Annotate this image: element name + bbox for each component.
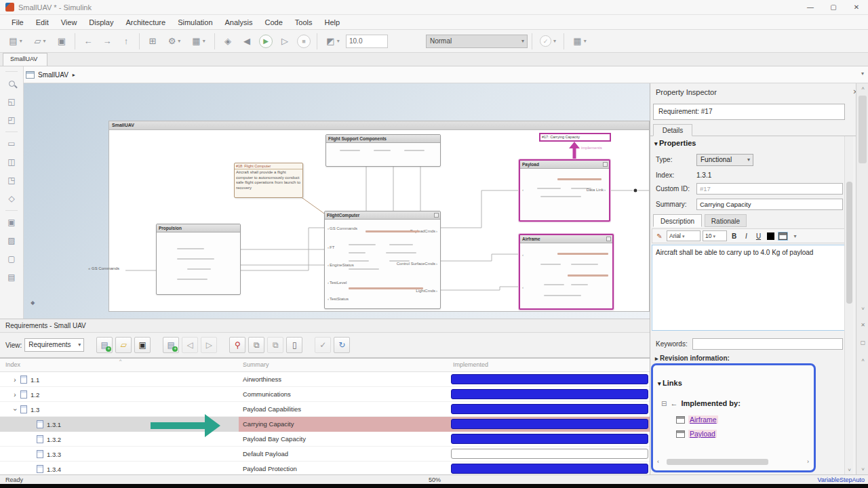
link-item-payload[interactable]: Payload — [676, 430, 717, 438]
model-browser-button[interactable]: ▦ — [187, 33, 210, 49]
chevron-right-icon[interactable]: › — [11, 391, 19, 399]
tab-details[interactable]: Details — [653, 124, 692, 136]
close-button[interactable]: ✕ — [845, 0, 868, 15]
table-row[interactable]: 1.3.1Carrying Capacity — [0, 417, 650, 432]
build-button[interactable]: ▦ — [568, 33, 591, 49]
table-row[interactable]: 1.3.4Payload Protection — [0, 462, 650, 474]
scrollbar-thumb[interactable] — [859, 96, 867, 163]
tab-description[interactable]: Description — [653, 214, 702, 227]
model-canvas[interactable]: SmallUAV Flight Support Components #18: … — [24, 83, 650, 319]
menu-item-analysis[interactable]: Analysis — [219, 18, 259, 26]
type-select[interactable]: Functional — [696, 154, 753, 166]
region-select-icon[interactable]: ◇ — [5, 192, 18, 205]
step-forward-button[interactable]: ▷ — [276, 33, 294, 49]
verify-button[interactable]: ✓ — [315, 337, 331, 353]
maximize-button[interactable]: ▢ — [822, 0, 845, 15]
tab-smalluav[interactable]: SmallUAV — [3, 53, 47, 66]
add-requirement-button[interactable]: ▤+ — [163, 337, 179, 353]
forward-button[interactable]: → — [98, 33, 116, 49]
area-icon[interactable]: ▢ — [5, 252, 18, 266]
connect-io-button[interactable]: ◈ — [219, 33, 237, 49]
table-row[interactable]: ›1.2Communications — [0, 387, 650, 402]
find-in-view-icon[interactable]: ◳ — [5, 174, 18, 187]
minimize-button[interactable]: — — [799, 0, 822, 15]
chevron-down-icon[interactable]: › — [12, 405, 19, 413]
scrollbar-thumb[interactable] — [846, 182, 852, 304]
implemented-by-node[interactable]: ⊟ ← Implemented by: — [661, 399, 741, 407]
requirement-note[interactable]: #18: Flight Computer Aircraft shall prov… — [234, 163, 303, 198]
viewport-icon[interactable]: ▭ — [5, 137, 18, 150]
save-button[interactable]: ▣ — [53, 33, 71, 49]
keywords-field[interactable] — [692, 338, 843, 350]
font-family-select[interactable]: Arial — [667, 230, 701, 241]
more-options-icon[interactable]: ▾ — [790, 230, 800, 241]
format-paint-icon[interactable]: ✎ — [654, 230, 665, 241]
block-payload[interactable]: Payload ‹ Data Link› — [519, 159, 610, 222]
refresh-button[interactable]: ↻ — [334, 337, 350, 353]
delete-button[interactable]: ▯ — [286, 337, 302, 353]
fit-to-view-icon[interactable]: ◱ — [5, 95, 18, 108]
block-propulsion[interactable]: Propulsion — [156, 224, 241, 295]
chevron-down-icon[interactable]: ˅ — [845, 467, 854, 473]
open-requirement-set-button[interactable]: ▱ — [115, 337, 132, 353]
stop-button[interactable]: ■ — [295, 33, 313, 49]
library-browser-button[interactable]: ⊞ — [144, 33, 161, 49]
chevron-down-icon[interactable]: ˅ — [856, 306, 868, 312]
chevron-right-icon[interactable]: › — [11, 376, 19, 384]
run-button[interactable]: ▶ — [257, 33, 275, 49]
link-item-airframe[interactable]: Airframe — [676, 415, 718, 424]
zoom-icon[interactable] — [5, 77, 18, 90]
table-row[interactable]: 1.3.3Default Payload — [0, 447, 650, 462]
screenshot-icon[interactable]: ▤ — [5, 270, 18, 284]
image-icon[interactable]: ▨ — [5, 234, 18, 247]
zoom-region-icon[interactable]: ◰ — [5, 113, 18, 127]
menu-item-file[interactable]: File — [5, 18, 30, 26]
scrollbar-thumb[interactable] — [667, 459, 768, 465]
chevron-right-icon[interactable]: › — [807, 458, 809, 465]
demote-requirement-button[interactable]: ▷ — [201, 337, 217, 353]
save-requirement-set-button[interactable]: ▣ — [134, 337, 151, 353]
menu-item-view[interactable]: View — [55, 18, 83, 26]
chevron-down-icon[interactable]: ˅ — [856, 466, 868, 472]
revision-section-header[interactable]: Revision information: — [655, 354, 730, 362]
back-button[interactable]: ← — [79, 33, 97, 49]
menu-item-architecture[interactable]: Architecture — [119, 18, 172, 26]
tab-rationale[interactable]: Rationale — [705, 214, 747, 227]
menu-item-tools[interactable]: Tools — [289, 18, 319, 26]
step-back-button[interactable]: ◀ — [238, 33, 256, 49]
copy-link-button[interactable]: ⧉ — [248, 337, 264, 353]
menu-item-help[interactable]: Help — [318, 18, 346, 26]
update-diagram-button[interactable]: ✓ — [536, 33, 559, 49]
menu-item-code[interactable]: Code — [258, 18, 288, 26]
block-flight-support-components[interactable]: Flight Support Components — [326, 134, 441, 167]
inner-scrollbar[interactable]: ˅ — [844, 136, 853, 474]
links-hscrollbar[interactable]: ‹ › — [657, 458, 809, 466]
new-model-button[interactable]: ▤ — [4, 33, 27, 49]
add-link-button[interactable]: ⚲ — [229, 337, 245, 353]
table-header[interactable]: ^ Index Summary Implemented — [0, 359, 650, 372]
split-view-icon[interactable]: ◫ — [5, 155, 18, 169]
table-row[interactable]: ›1.3Payload Capabilities — [0, 402, 650, 417]
insert-table-button[interactable] — [778, 230, 788, 241]
custom-id-field[interactable] — [696, 183, 843, 195]
description-textarea[interactable]: Aircraft shall be able to carry up to 4.… — [652, 245, 847, 331]
promote-requirement-button[interactable]: ◁ — [182, 337, 198, 353]
column-summary[interactable]: Summary — [243, 361, 269, 368]
close-icon[interactable]: ✕ — [856, 322, 868, 328]
properties-section-header[interactable]: Properties — [654, 139, 696, 147]
links-section-header[interactable]: Links — [658, 379, 682, 387]
new-requirement-set-button[interactable]: ▤+ — [96, 337, 113, 353]
block-airframe[interactable]: Airframe ‹ ‹ — [519, 234, 614, 310]
breadcrumb[interactable]: SmallUAV — [38, 71, 68, 79]
table-row[interactable]: ›1.1Airworthiness — [0, 372, 650, 387]
underline-button[interactable]: U — [753, 230, 764, 241]
italic-button[interactable]: I — [741, 230, 751, 241]
open-button[interactable]: ▱ — [28, 33, 52, 49]
up-button[interactable]: ↑ — [117, 33, 135, 49]
annotation-icon[interactable]: ▣ — [5, 216, 18, 229]
menu-item-display[interactable]: Display — [83, 18, 119, 26]
column-implemented[interactable]: Implemented — [453, 361, 488, 368]
column-index[interactable]: Index — [5, 361, 20, 368]
chevron-up-icon[interactable]: ˄ — [856, 85, 868, 92]
font-color-button[interactable] — [766, 230, 776, 241]
